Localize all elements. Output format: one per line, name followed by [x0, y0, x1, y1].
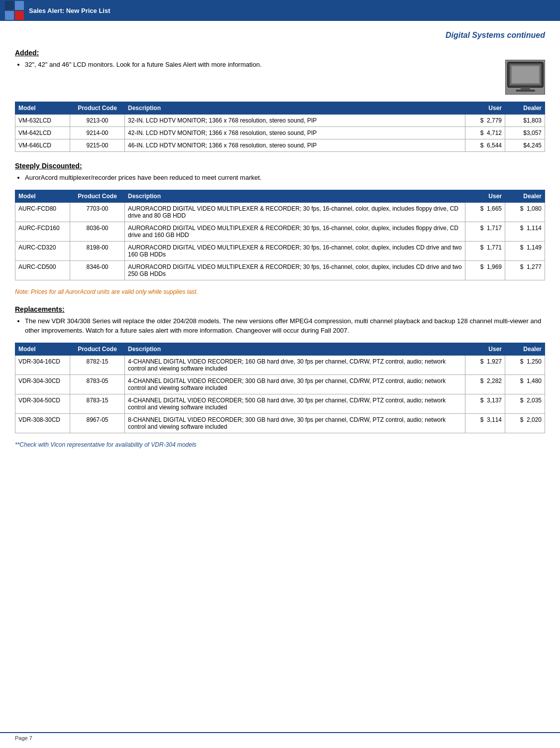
dealer-cell: $ 1,149 [505, 241, 545, 260]
user-cell: $ 1,665 [465, 202, 505, 222]
dealer-cell: $3,057 [505, 127, 545, 139]
table-row: VDR-304-30CD 8783-05 4-CHANNEL DIGITAL V… [15, 374, 545, 394]
logo-block-2 [15, 1, 24, 10]
table-row: AURC-CD320 8198-00 AURORACORD DIGITAL VI… [15, 241, 545, 260]
dealer-cell: $ 1,114 [505, 222, 545, 241]
header-title: Sales Alert: New Price List [29, 7, 111, 14]
table-row: VDR-304-16CD 8782-15 4-CHANNEL DIGITAL V… [15, 355, 545, 374]
replacements-text: The new VDR 304/308 Series will replace … [15, 316, 545, 336]
dealer-cell: $4,245 [505, 139, 545, 152]
replacements-section: Replacements: The new VDR 304/308 Series… [15, 305, 545, 448]
added-body: 32", 42" and 46" LCD monitors. Look for … [15, 60, 545, 95]
page-title: Digital Systems continued [15, 31, 545, 40]
th-dealer-added: Dealer [505, 102, 545, 115]
discounted-section: Steeply Discounted: AurorAcord multiplex… [15, 162, 545, 295]
dealer-cell: $ 1,480 [505, 374, 545, 394]
discounted-bullets: AurorAcord multiplexer/recorder prices h… [25, 173, 545, 183]
desc-cell: 4-CHANNEL DIGITAL VIDEO RECORDER; 500 GB… [125, 394, 465, 413]
logo [5, 1, 24, 20]
th-user-disc: User [465, 190, 505, 202]
dealer-cell: $ 1,250 [505, 355, 545, 374]
dealer-cell: $ 1,080 [505, 202, 545, 222]
model-cell: VDR-308-30CD [15, 413, 70, 433]
dealer-cell: $1,803 [505, 115, 545, 127]
replacements-bullet-1: The new VDR 304/308 Series will replace … [25, 316, 545, 336]
added-table-body: VM-632LCD 9213-00 32-IN. LCD HDTV MONITO… [15, 115, 545, 152]
table-row: AURC-FCD80 7703-00 AURORACORD DIGITAL VI… [15, 202, 545, 222]
discounted-table-body: AURC-FCD80 7703-00 AURORACORD DIGITAL VI… [15, 202, 545, 280]
dealer-cell: $ 2,020 [505, 413, 545, 433]
th-desc-rep: Description [125, 343, 465, 355]
code-cell: 8782-15 [70, 355, 125, 374]
model-cell: AURC-FCD160 [15, 222, 70, 241]
desc-cell: 4-CHANNEL DIGITAL VIDEO RECORDER; 160 GB… [125, 355, 465, 374]
desc-cell: AURORACORD DIGITAL VIDEO MULTIPLEXER & R… [125, 241, 465, 260]
header: Sales Alert: New Price List [0, 0, 560, 21]
page-number: Page 7 [15, 735, 32, 741]
footer: Page 7 [0, 732, 560, 743]
code-cell: 9213-00 [70, 115, 125, 127]
added-text: 32", 42" and 46" LCD monitors. Look for … [15, 60, 490, 70]
user-cell: $ 2,779 [465, 115, 505, 127]
discounted-heading: Steeply Discounted: [15, 162, 545, 170]
code-cell: 8783-05 [70, 374, 125, 394]
desc-cell: AURORACORD DIGITAL VIDEO MULTIPLEXER & R… [125, 202, 465, 222]
th-code-added: Product Code [70, 102, 125, 115]
user-cell: $ 1,927 [465, 355, 505, 374]
th-dealer-disc: Dealer [505, 190, 545, 202]
user-cell: $ 1,771 [465, 241, 505, 260]
code-cell: 9215-00 [70, 139, 125, 152]
dealer-cell: $ 2,035 [505, 394, 545, 413]
page-content: Digital Systems continued Added: 32", 42… [0, 21, 560, 473]
th-model-rep: Model [15, 343, 70, 355]
discounted-text: AurorAcord multiplexer/recorder prices h… [15, 173, 545, 183]
th-dealer-rep: Dealer [505, 343, 545, 355]
code-cell: 8036-00 [70, 222, 125, 241]
th-user-rep: User [465, 343, 505, 355]
added-bullet-1: 32", 42" and 46" LCD monitors. Look for … [25, 60, 490, 70]
user-cell: $ 3,137 [465, 394, 505, 413]
table-row: VDR-304-50CD 8783-15 4-CHANNEL DIGITAL V… [15, 394, 545, 413]
svg-rect-5 [512, 66, 539, 83]
model-cell: VM-646LCD [15, 139, 70, 152]
model-cell: AURC-FCD80 [15, 202, 70, 222]
logo-block-3 [5, 11, 14, 20]
replacements-heading: Replacements: [15, 305, 545, 313]
user-cell: $ 1,717 [465, 222, 505, 241]
desc-cell: 32-IN. LCD HDTV MONITOR; 1366 x 768 reso… [125, 115, 465, 127]
discounted-note: Note: Prices for all AurorAcord units ar… [15, 288, 545, 295]
desc-cell: AURORACORD DIGITAL VIDEO MULTIPLEXER & R… [125, 222, 465, 241]
added-bullets: 32", 42" and 46" LCD monitors. Look for … [25, 60, 490, 70]
replacements-table-body: VDR-304-16CD 8782-15 4-CHANNEL DIGITAL V… [15, 355, 545, 433]
desc-cell: AURORACORD DIGITAL VIDEO MULTIPLEXER & R… [125, 260, 465, 280]
replacements-bullets: The new VDR 304/308 Series will replace … [25, 316, 545, 336]
th-model-disc: Model [15, 190, 70, 202]
replacements-table: Model Product Code Description User Deal… [15, 343, 545, 433]
replacements-note: **Check with Vicon representative for av… [15, 441, 545, 448]
model-cell: AURC-CD320 [15, 241, 70, 260]
code-cell: 8346-00 [70, 260, 125, 280]
table-row: VM-646LCD 9215-00 46-IN. LCD HDTV MONITO… [15, 139, 545, 152]
table-row: VM-632LCD 9213-00 32-IN. LCD HDTV MONITO… [15, 115, 545, 127]
discounted-table: Model Product Code Description User Deal… [15, 190, 545, 280]
added-table: Model Product Code Description User Deal… [15, 102, 545, 152]
dealer-cell: $ 1,277 [505, 260, 545, 280]
code-cell: 8783-15 [70, 394, 125, 413]
model-cell: VDR-304-30CD [15, 374, 70, 394]
code-cell: 7703-00 [70, 202, 125, 222]
svg-rect-3 [516, 90, 535, 92]
user-cell: $ 1,969 [465, 260, 505, 280]
table-row: VDR-308-30CD 8967-05 8-CHANNEL DIGITAL V… [15, 413, 545, 433]
th-model-added: Model [15, 102, 70, 115]
user-cell: $ 2,282 [465, 374, 505, 394]
th-user-added: User [465, 102, 505, 115]
table-row: VM-642LCD 9214-00 42-IN. LCD HDTV MONITO… [15, 127, 545, 139]
desc-cell: 42-IN. LCD HDTV MONITOR; 1366 x 768 reso… [125, 127, 465, 139]
code-cell: 9214-00 [70, 127, 125, 139]
th-code-disc: Product Code [70, 190, 125, 202]
model-cell: AURC-CD500 [15, 260, 70, 280]
model-cell: VM-642LCD [15, 127, 70, 139]
th-desc-disc: Description [125, 190, 465, 202]
table-row: AURC-FCD160 8036-00 AURORACORD DIGITAL V… [15, 222, 545, 241]
desc-cell: 4-CHANNEL DIGITAL VIDEO RECORDER; 300 GB… [125, 374, 465, 394]
